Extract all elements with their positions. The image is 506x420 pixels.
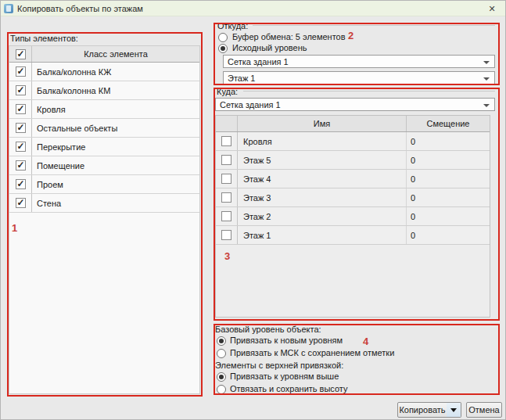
row-label: Балка/колонна КМ [32, 86, 199, 95]
row-checkbox[interactable] [16, 104, 26, 114]
table-row[interactable]: Этаж 4 0 [216, 170, 490, 188]
class-column-header: Класс элемента [32, 49, 199, 59]
table-row[interactable]: Балка/колонна КЖ [9, 63, 199, 81]
radio-bind-levels-above[interactable] [217, 372, 226, 382]
level-name: Этаж 4 [238, 170, 407, 188]
to-grid-select[interactable]: Сетка здания 1 [215, 98, 495, 111]
to-table-header-row: Имя Смещение [216, 116, 490, 132]
row-label: Помещение [32, 161, 199, 171]
select-all-checkbox[interactable] [16, 49, 26, 59]
row-label: Балка/колонна КЖ [32, 67, 199, 77]
annotation-number-2: 2 [348, 30, 353, 41]
title-bar: Копировать объекты по этажам ✕ [1, 1, 505, 16]
level-offset[interactable]: 0 [407, 231, 490, 240]
close-icon[interactable]: ✕ [479, 1, 505, 16]
chevron-down-icon [483, 77, 490, 81]
base-level-label: Базовый уровень объекта: [215, 325, 321, 334]
radio-bind-msk[interactable] [217, 349, 226, 358]
from-group-label: Откуда: [217, 21, 248, 31]
table-row[interactable]: Перекрытие [9, 138, 199, 156]
from-groupbox-line [253, 25, 495, 26]
element-types-label: Типы элементов: [10, 34, 78, 43]
copy-dropdown-button[interactable] [447, 402, 461, 418]
row-checkbox[interactable] [221, 174, 231, 184]
table-row[interactable]: Балка/колонна КМ [9, 81, 199, 100]
annotation-number-4: 4 [363, 336, 368, 347]
row-checkbox[interactable] [221, 230, 231, 240]
table-row[interactable]: Кровля [9, 100, 199, 119]
table-row[interactable]: Проем [9, 175, 199, 194]
row-checkbox[interactable] [16, 123, 26, 133]
row-checkbox[interactable] [221, 211, 231, 221]
row-checkbox[interactable] [16, 179, 26, 189]
level-name: Кровля [238, 132, 407, 150]
row-checkbox[interactable] [16, 160, 26, 171]
app-icon [4, 4, 13, 13]
radio-unbind-keep-height-label: Отвязать и сохранить высоту [230, 384, 348, 393]
table-row[interactable]: Остальные объекты [9, 119, 199, 138]
row-label: Кровля [32, 105, 199, 114]
table-row[interactable]: Этаж 5 0 [216, 151, 490, 170]
copy-objects-dialog: Копировать объекты по этажам ✕ Типы элем… [0, 0, 506, 420]
from-level-value: Этаж 1 [228, 74, 255, 83]
copy-button[interactable]: Копировать [397, 402, 447, 418]
row-label: Остальные объекты [32, 124, 199, 133]
name-column-header: Имя [238, 116, 407, 131]
radio-source-level-label: Исходный уровень [232, 43, 307, 52]
level-name: Этаж 1 [238, 226, 407, 244]
to-group-label: Куда: [217, 87, 238, 96]
level-name: Этаж 3 [238, 188, 407, 206]
element-types-table: Класс элемента Балка/колонна КЖ Балка/ко… [9, 45, 200, 394]
element-types-header-row: Класс элемента [9, 46, 199, 63]
radio-unbind-keep-height[interactable] [217, 385, 226, 394]
radio-clipboard[interactable] [218, 33, 228, 42]
table-row[interactable]: Этаж 1 0 [216, 226, 490, 245]
row-checkbox[interactable] [16, 142, 26, 152]
level-name: Этаж 5 [238, 151, 407, 169]
table-row[interactable]: Стена [9, 194, 199, 213]
radio-source-level[interactable] [218, 44, 228, 53]
from-level-select[interactable]: Этаж 1 [223, 71, 495, 84]
cancel-button[interactable]: Отмена [466, 402, 502, 418]
top-binding-label: Элементы с верхней привязкой: [215, 361, 343, 370]
annotation-number-1: 1 [12, 222, 17, 234]
table-row[interactable]: Кровля 0 [216, 132, 490, 151]
level-offset[interactable]: 0 [407, 174, 490, 184]
offset-column-header: Смещение [407, 119, 490, 128]
chevron-down-icon [483, 61, 490, 64]
radio-bind-new-levels[interactable] [217, 336, 226, 346]
to-grid-value: Сетка здания 1 [220, 100, 281, 109]
row-checkbox[interactable] [221, 192, 231, 203]
table-row[interactable]: Этаж 3 0 [216, 188, 490, 207]
row-checkbox[interactable] [16, 66, 26, 77]
level-name: Этаж 2 [238, 207, 407, 225]
row-label: Стена [32, 199, 199, 208]
radio-bind-new-levels-label: Привязать к новым уровням [230, 336, 343, 345]
level-offset[interactable]: 0 [407, 156, 490, 165]
to-groupbox-line [243, 91, 495, 92]
row-label: Перекрытие [32, 142, 199, 152]
row-checkbox[interactable] [16, 198, 26, 208]
annotation-number-3: 3 [224, 250, 230, 262]
row-checkbox[interactable] [221, 136, 231, 146]
to-levels-table: Имя Смещение Кровля 0 Этаж 5 0 Этаж 4 0 … [215, 115, 490, 318]
from-grid-value: Сетка здания 1 [228, 57, 289, 66]
row-checkbox[interactable] [221, 155, 231, 165]
level-offset[interactable]: 0 [407, 212, 490, 221]
row-checkbox[interactable] [16, 85, 26, 95]
window-title: Копировать объекты по этажам [17, 4, 143, 13]
radio-bind-levels-above-label: Привязать к уровням выше [230, 372, 339, 381]
chevron-down-icon [483, 104, 490, 107]
table-row[interactable]: Этаж 2 0 [216, 207, 490, 226]
level-offset[interactable]: 0 [407, 137, 490, 146]
row-label: Проем [32, 180, 199, 189]
radio-clipboard-label: Буфер обмена: 5 элементов [232, 32, 346, 41]
level-offset[interactable]: 0 [407, 193, 490, 203]
table-row[interactable]: Помещение [9, 156, 199, 175]
radio-bind-msk-label: Привязать к МСК с сохранением отметки [230, 348, 394, 357]
from-grid-select[interactable]: Сетка здания 1 [223, 55, 495, 68]
